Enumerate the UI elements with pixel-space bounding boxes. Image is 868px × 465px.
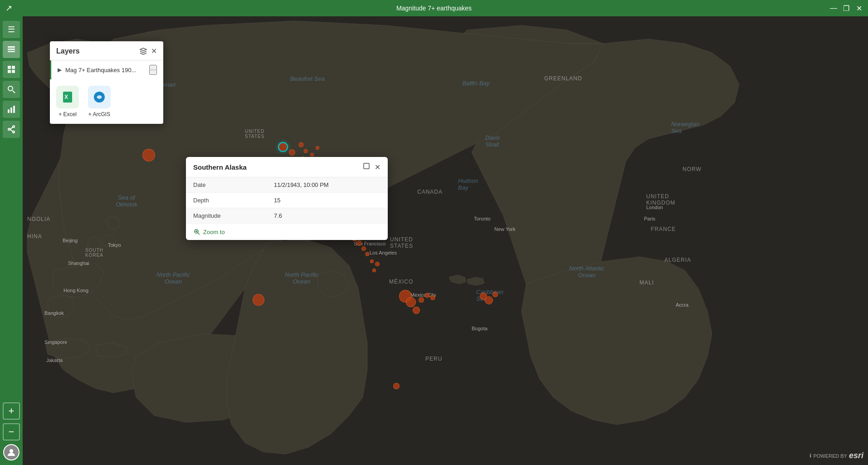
popup-row-magnitude: Magnitude 7.6 <box>186 208 388 224</box>
layers-stack-button[interactable] <box>139 47 147 55</box>
svg-point-7 <box>8 86 13 91</box>
svg-text:X: X <box>64 94 68 100</box>
layer-more-button[interactable]: ··· <box>149 65 157 75</box>
popup-footer: Zoom to <box>186 224 388 240</box>
sidebar-chart-button[interactable] <box>3 101 20 118</box>
layers-panel-header: Layers ✕ <box>50 41 163 60</box>
svg-line-23 <box>198 233 200 235</box>
popup-row-depth: Depth 15 <box>186 193 388 208</box>
sidebar-layers-button[interactable] <box>3 41 20 58</box>
esri-info-icon: ℹ <box>809 453 811 459</box>
excel-icon: X <box>56 86 79 108</box>
svg-rect-5 <box>8 70 11 73</box>
sidebar-table-button[interactable] <box>3 61 20 78</box>
zoom-out-button[interactable]: − <box>3 423 20 441</box>
svg-rect-10 <box>10 108 12 113</box>
add-excel-label: + Excel <box>59 111 77 117</box>
svg-rect-21 <box>364 163 369 169</box>
window-title: Magnitude 7+ earthquakes <box>396 5 472 12</box>
zoom-to-label: Zoom to <box>203 229 225 235</box>
svg-line-15 <box>10 127 13 130</box>
popup-value-depth: 15 <box>267 193 388 208</box>
layer-name-earthquakes: Mag 7+ Earthquakes 190... <box>65 67 146 73</box>
zoom-in-button[interactable]: + <box>3 402 20 420</box>
app-logo: ↗ <box>5 3 12 13</box>
sidebar-menu-button[interactable]: ☰ <box>3 21 20 38</box>
svg-rect-4 <box>12 66 15 69</box>
svg-point-12 <box>13 126 15 127</box>
svg-point-17 <box>10 449 13 453</box>
popup-row-date: Date 11/2/1943, 10:00 PM <box>186 177 388 193</box>
add-arcgis-button[interactable]: + ArcGIS <box>88 86 111 117</box>
popup-data-table: Date 11/2/1943, 10:00 PM Depth 15 Magnit… <box>186 177 388 224</box>
layer-item-earthquakes[interactable]: ▶ Mag 7+ Earthquakes 190... ··· <box>50 60 163 79</box>
layers-close-button[interactable]: ✕ <box>151 47 157 55</box>
sidebar-bottom: + − <box>3 402 20 460</box>
add-arcgis-label: + ArcGIS <box>88 111 110 117</box>
popup-label-depth: Depth <box>186 193 267 208</box>
esri-attribution: ℹ POWERED BY esri <box>809 451 863 460</box>
svg-rect-11 <box>13 106 15 113</box>
popup-label-date: Date <box>186 177 267 193</box>
minimize-button[interactable]: — <box>829 4 838 13</box>
layers-header-icons: ✕ <box>139 47 157 55</box>
esri-brand: esri <box>849 451 863 460</box>
layers-add-section: X + Excel + ArcGIS <box>50 79 163 124</box>
popup-label-magnitude: Magnitude <box>186 208 267 224</box>
svg-point-14 <box>8 128 10 130</box>
layers-panel: Layers ✕ ▶ Mag 7+ Earthquakes 190... ··· <box>50 41 163 124</box>
layer-expand-icon[interactable]: ▶ <box>58 67 62 73</box>
svg-rect-0 <box>8 51 15 52</box>
esri-powered-by: POWERED BY <box>813 453 847 459</box>
window-controls: — ❐ ✕ <box>829 4 863 13</box>
popup-value-magnitude: 7.6 <box>267 208 388 224</box>
popup-expand-button[interactable] <box>363 162 370 171</box>
sidebar-search-button[interactable] <box>3 81 20 98</box>
title-bar: ↗ Magnitude 7+ earthquakes — ❐ ✕ <box>0 0 868 16</box>
svg-rect-2 <box>8 46 15 48</box>
layers-panel-title: Layers <box>56 47 80 55</box>
map-area[interactable]: .land { fill: #3d3a30; stroke: #555048; … <box>23 16 868 465</box>
svg-point-13 <box>13 131 15 133</box>
popup-header-buttons: ✕ <box>363 162 380 171</box>
svg-rect-9 <box>8 109 10 113</box>
svg-rect-6 <box>12 70 15 73</box>
sidebar: ☰ <box>0 16 23 465</box>
sidebar-share-button[interactable] <box>3 121 20 138</box>
earthquake-popup: Southern Alaska ✕ Date 11/2/1943, 10:00 … <box>186 157 388 240</box>
close-button[interactable]: ✕ <box>854 4 863 13</box>
svg-line-16 <box>10 129 13 132</box>
svg-line-8 <box>13 91 15 93</box>
zoom-to-button[interactable]: Zoom to <box>193 228 225 235</box>
maximize-button[interactable]: ❐ <box>842 4 851 13</box>
popup-title: Southern Alaska <box>193 163 247 171</box>
popup-close-button[interactable]: ✕ <box>375 163 380 171</box>
svg-rect-3 <box>8 66 11 69</box>
main-container: ☰ <box>0 16 868 465</box>
popup-header: Southern Alaska ✕ <box>186 157 388 177</box>
popup-value-date: 11/2/1943, 10:00 PM <box>267 177 388 193</box>
add-excel-button[interactable]: X + Excel <box>56 86 79 117</box>
arcgis-icon <box>88 86 111 108</box>
user-avatar[interactable] <box>3 444 20 460</box>
svg-rect-1 <box>8 49 15 50</box>
